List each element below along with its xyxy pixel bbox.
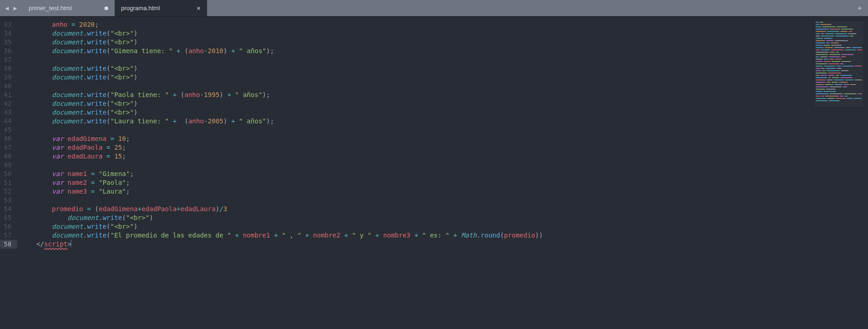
line-number: 34 bbox=[4, 29, 12, 38]
code-line[interactable]: document.write("<br>") bbox=[21, 213, 868, 222]
line-number: 47 bbox=[4, 143, 12, 152]
tab-bar: ◀ ▶ primer_test.htmlprograma.html× + bbox=[0, 0, 868, 17]
code-line[interactable]: document.write("Paola tiene: " + (anho-1… bbox=[21, 91, 868, 99]
code-line[interactable] bbox=[21, 55, 868, 64]
tab-active[interactable]: programa.html× bbox=[115, 0, 207, 16]
code-line[interactable]: document.write("El promedio de las edade… bbox=[21, 231, 868, 240]
tab-next-icon[interactable]: ▶ bbox=[12, 5, 18, 12]
line-number: 53 bbox=[4, 196, 12, 205]
code-line[interactable]: var edadGimena = 10; bbox=[21, 134, 868, 143]
line-number: 56 bbox=[4, 222, 12, 231]
code-line[interactable]: promedio = (edadGimena+edadPaola+edadLau… bbox=[21, 205, 868, 213]
line-number: 37 bbox=[4, 55, 12, 64]
minimap[interactable] bbox=[813, 20, 864, 108]
line-number-gutter: 3334353637383940414243444546474849505152… bbox=[0, 17, 17, 329]
code-line[interactable]: document.write("<br>") bbox=[21, 108, 868, 117]
close-tab-icon[interactable]: × bbox=[196, 5, 201, 12]
code-line[interactable]: document.write("Gimena tiene: " + (anho-… bbox=[21, 47, 868, 55]
code-line[interactable]: var edadPaola = 25; bbox=[21, 143, 868, 152]
line-number: 45 bbox=[4, 126, 12, 134]
tab-prev-icon[interactable]: ◀ bbox=[4, 5, 10, 12]
line-number: 58 bbox=[0, 240, 17, 249]
line-number: 57 bbox=[4, 231, 12, 240]
code-line[interactable]: var edadLaura = 15; bbox=[21, 152, 868, 161]
line-number: 46 bbox=[4, 134, 12, 143]
code-line[interactable]: document.write("<br>") bbox=[21, 64, 868, 73]
code-line[interactable] bbox=[21, 196, 868, 205]
line-number: 43 bbox=[4, 108, 12, 117]
text-cursor bbox=[71, 240, 71, 247]
line-number: 52 bbox=[4, 187, 12, 196]
code-line[interactable]: </script> bbox=[21, 240, 868, 249]
code-line[interactable]: anho = 2020; bbox=[21, 20, 868, 29]
tab-label: primer_test.html bbox=[29, 5, 72, 12]
line-number: 49 bbox=[4, 161, 12, 170]
line-number: 35 bbox=[4, 38, 12, 47]
code-line[interactable] bbox=[21, 161, 868, 170]
editor[interactable]: 3334353637383940414243444546474849505152… bbox=[0, 17, 868, 329]
code-line[interactable]: document.write("<br>") bbox=[21, 38, 868, 47]
line-number: 51 bbox=[4, 178, 12, 187]
code-line[interactable] bbox=[21, 126, 868, 134]
line-number: 41 bbox=[4, 91, 12, 99]
line-number: 40 bbox=[4, 82, 12, 91]
line-number: 38 bbox=[4, 64, 12, 73]
code-line[interactable]: var name2 = "Paola"; bbox=[21, 178, 868, 187]
code-line[interactable]: document.write("<br>") bbox=[21, 73, 868, 82]
line-number: 50 bbox=[4, 170, 12, 178]
code-line[interactable]: document.write("<br>") bbox=[21, 99, 868, 108]
code-line[interactable]: var name3 = "Laura"; bbox=[21, 187, 868, 196]
line-number: 55 bbox=[4, 213, 12, 222]
new-tab-button[interactable]: + bbox=[851, 0, 868, 16]
unsaved-indicator-icon bbox=[104, 6, 108, 10]
line-number: 48 bbox=[4, 152, 12, 161]
tab-inactive[interactable]: primer_test.html bbox=[22, 0, 115, 16]
code-line[interactable]: document.write("<br>") bbox=[21, 29, 868, 38]
line-number: 54 bbox=[4, 205, 12, 213]
tab-label: programa.html bbox=[121, 5, 160, 12]
line-number: 42 bbox=[4, 99, 12, 108]
line-number: 44 bbox=[4, 117, 12, 126]
code-line[interactable] bbox=[21, 82, 868, 91]
code-line[interactable]: document.write("<br>") bbox=[21, 222, 868, 231]
line-number: 39 bbox=[4, 73, 12, 82]
line-number: 33 bbox=[4, 20, 12, 29]
code-line[interactable]: document.write("Laura tiene: " + (anho-2… bbox=[21, 117, 868, 126]
line-number: 36 bbox=[4, 47, 12, 55]
tab-nav-arrows: ◀ ▶ bbox=[0, 0, 22, 16]
code-line[interactable]: var name1 = "Gimena"; bbox=[21, 170, 868, 178]
code-area[interactable]: anho = 2020; document.write("<br>") docu… bbox=[17, 17, 868, 329]
